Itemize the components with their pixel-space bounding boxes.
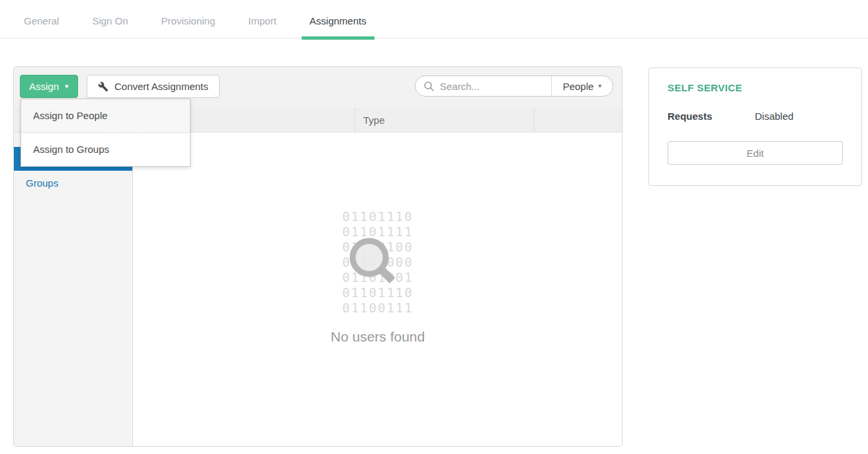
- tab-provisioning[interactable]: Provisioning: [153, 0, 224, 40]
- search-input[interactable]: [435, 81, 551, 92]
- sidebar-item-groups[interactable]: Groups: [14, 171, 132, 195]
- tab-assignments[interactable]: Assignments: [302, 0, 374, 40]
- requests-row: Requests Disabled: [668, 111, 843, 122]
- assign-button[interactable]: Assign ▾: [20, 75, 78, 98]
- chevron-down-icon: ▾: [598, 83, 601, 89]
- menu-item-assign-to-groups[interactable]: Assign to Groups: [21, 133, 190, 166]
- self-service-panel: SELF SERVICE Requests Disabled Edit: [648, 68, 862, 186]
- tab-general[interactable]: General: [16, 0, 67, 40]
- wrench-icon: [98, 81, 108, 92]
- app-tabs: General Sign On Provisioning Import Assi…: [0, 0, 868, 40]
- convert-assignments-button[interactable]: Convert Assignments: [87, 75, 220, 98]
- chevron-down-icon: ▾: [65, 83, 69, 90]
- tab-sign-on[interactable]: Sign On: [84, 0, 136, 40]
- tab-import[interactable]: Import: [240, 0, 284, 40]
- column-header-type: Type: [355, 108, 535, 132]
- search-icon: [423, 81, 435, 92]
- filter-sidebar: Groups: [14, 132, 133, 446]
- edit-button[interactable]: Edit: [668, 141, 843, 165]
- magnifier-icon: [345, 234, 401, 289]
- empty-state-message: No users found: [134, 329, 622, 345]
- assign-button-label: Assign: [29, 81, 59, 92]
- requests-label: Requests: [668, 111, 755, 122]
- convert-assignments-label: Convert Assignments: [114, 81, 208, 92]
- assign-dropdown-menu: Assign to People Assign to Groups: [21, 99, 191, 167]
- requests-value: Disabled: [755, 111, 793, 122]
- binary-row: 01100111: [134, 300, 622, 316]
- assignments-panel: Assign ▾ Convert Assignments People ▾ Ty…: [13, 66, 623, 447]
- column-header-actions: [535, 108, 622, 132]
- self-service-title: SELF SERVICE: [668, 82, 843, 93]
- menu-item-assign-to-people[interactable]: Assign to People: [21, 99, 190, 133]
- binary-row: 01101110: [134, 209, 622, 224]
- empty-results-area: 01101110 01101111 01110100 01101000 0110…: [134, 132, 622, 446]
- search-scope-value: People: [563, 81, 594, 92]
- search-scope-selector[interactable]: People ▾: [551, 76, 613, 96]
- search-control: People ▾: [415, 75, 613, 97]
